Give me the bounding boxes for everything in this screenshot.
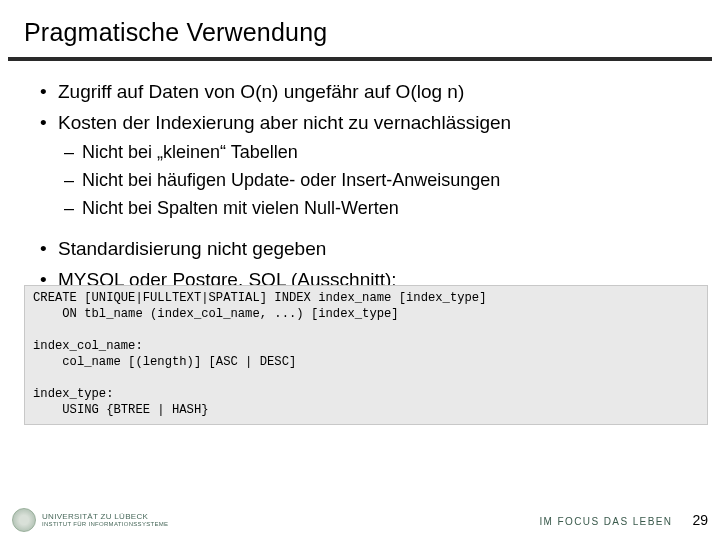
bullet-level2: Nicht bei „kleinen“ Tabellen xyxy=(64,141,692,165)
footer: UNIVERSITÄT ZU LÜBECK INSTITUT FÜR INFOR… xyxy=(0,508,720,532)
bullet-level1: Kosten der Indexierung aber nicht zu ver… xyxy=(40,110,692,135)
institute-name: INSTITUT FÜR INFORMATIONSSYSTEME xyxy=(42,521,168,527)
university-logo: UNIVERSITÄT ZU LÜBECK INSTITUT FÜR INFOR… xyxy=(12,508,168,532)
slide-content: Zugriff auf Daten von O(n) ungefähr auf … xyxy=(0,79,720,293)
slide: Pragmatische Verwendung Zugriff auf Date… xyxy=(0,0,720,540)
bullet-level1: Zugriff auf Daten von O(n) ungefähr auf … xyxy=(40,79,692,104)
university-text: UNIVERSITÄT ZU LÜBECK INSTITUT FÜR INFOR… xyxy=(42,513,168,528)
code-block: CREATE [UNIQUE|FULLTEXT|SPATIAL] INDEX i… xyxy=(24,285,708,426)
tagline: IM FOCUS DAS LEBEN xyxy=(539,516,672,527)
university-name: UNIVERSITÄT ZU LÜBECK xyxy=(42,513,168,521)
bullet-level2: Nicht bei häufigen Update- oder Insert-A… xyxy=(64,169,692,193)
page-number: 29 xyxy=(692,512,708,528)
title-rule xyxy=(8,57,712,61)
seal-icon xyxy=(12,508,36,532)
bullet-level1: Standardisierung nicht gegeben xyxy=(40,236,692,261)
slide-title: Pragmatische Verwendung xyxy=(0,18,720,53)
bullet-level2: Nicht bei Spalten mit vielen Null-Werten xyxy=(64,197,692,221)
